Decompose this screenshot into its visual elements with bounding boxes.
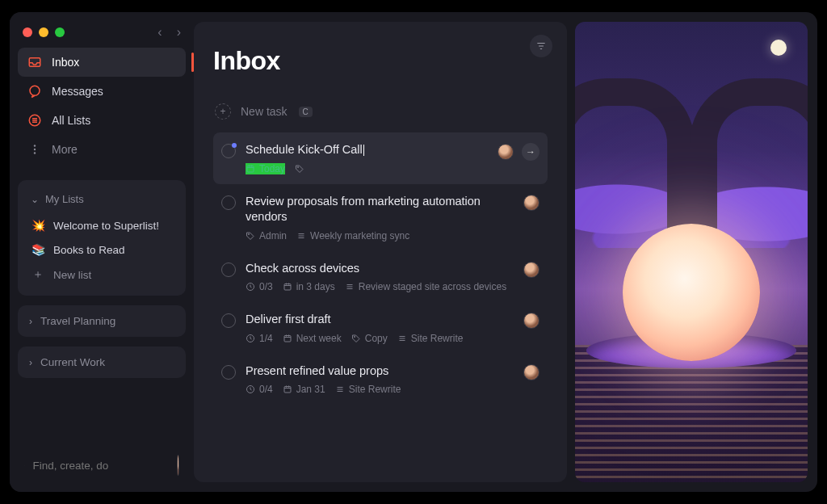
app-window: ‹ › Inbox Messages All Lists	[10, 12, 817, 492]
sidebar-item-all-lists[interactable]: All Lists	[18, 106, 186, 135]
task-meta-date: in 3 days	[283, 281, 335, 292]
task-body: Deliver first draft1/4Next weekCopySite …	[246, 312, 514, 344]
task-row[interactable]: Present refined value props0/4Jan 31Site…	[213, 354, 548, 405]
task-meta-date: Jan 31	[283, 384, 325, 395]
sidebar-item-label: Inbox	[52, 56, 79, 69]
task-checkbox[interactable]	[221, 195, 236, 210]
task-title: Schedule Kick-Off Call	[246, 142, 488, 158]
nav-forward-button[interactable]: ›	[177, 25, 181, 40]
assignee-avatar[interactable]	[497, 144, 514, 160]
svg-rect-10	[284, 284, 291, 291]
new-list-button[interactable]: ＋ New list	[23, 262, 181, 288]
assignee-avatar[interactable]	[523, 313, 539, 329]
chevron-down-icon: ⌄	[31, 194, 39, 205]
svg-rect-6	[247, 166, 254, 172]
chevron-right-icon: ›	[29, 357, 32, 368]
svg-point-5	[34, 152, 36, 153]
date-icon	[283, 334, 292, 343]
messages-icon	[27, 84, 42, 99]
plus-icon: ＋	[31, 267, 45, 282]
assignee-avatar[interactable]	[523, 195, 539, 211]
sidebar-footer	[18, 450, 186, 481]
folder-label: Travel Planning	[40, 315, 115, 327]
list-label: Books to Read	[53, 244, 125, 256]
tag-icon-icon	[295, 164, 304, 174]
assignee-avatar[interactable]	[523, 262, 539, 278]
task-meta-sub: 0/3	[246, 281, 273, 292]
task-meta: 0/3in 3 daysReview staged site across de…	[246, 281, 514, 292]
task-meta: 1/4Next weekCopySite Rewrite	[246, 333, 514, 344]
search-input[interactable]	[32, 460, 169, 472]
task-meta-date: Today	[246, 163, 285, 174]
task-right	[523, 262, 539, 278]
task-right	[523, 313, 539, 329]
task-row[interactable]: Deliver first draft1/4Next weekCopySite …	[213, 302, 548, 354]
task-meta-sub: 1/4	[246, 333, 273, 344]
nav-back-button[interactable]: ‹	[157, 25, 162, 40]
minimize-window-button[interactable]	[39, 27, 48, 37]
open-task-button[interactable]: →	[522, 143, 539, 161]
close-window-button[interactable]	[23, 27, 32, 37]
sub-icon	[246, 282, 255, 292]
task-checkbox[interactable]	[221, 262, 236, 277]
sidebar-item-messages[interactable]: Messages	[18, 77, 186, 106]
date-icon	[246, 164, 255, 174]
list-emoji: 📚	[31, 243, 45, 256]
task-meta-list: Site Rewrite	[335, 384, 401, 395]
folder-current-work[interactable]: › Current Work	[18, 346, 186, 378]
task-meta: Today	[246, 163, 488, 174]
my-lists-header[interactable]: ⌄ My Lists	[23, 188, 181, 213]
orb-decoration	[623, 224, 760, 361]
svg-point-4	[34, 149, 36, 150]
list-item-books[interactable]: 📚 Books to Read	[23, 237, 181, 262]
new-task-row[interactable]: + New task C	[213, 97, 548, 132]
task-title: Deliver first draft	[246, 312, 514, 328]
moon-decoration	[770, 40, 787, 56]
svg-point-3	[34, 145, 36, 146]
sidebar-item-more[interactable]: More	[18, 135, 186, 164]
task-title: Check across devices	[246, 261, 514, 277]
task-list: Schedule Kick-Off CallToday→Review propo…	[213, 132, 548, 405]
all-lists-icon	[27, 113, 42, 128]
task-meta-list: Site Rewrite	[397, 333, 464, 344]
task-meta-tag: Copy	[351, 333, 388, 344]
list-item-welcome[interactable]: 💥 Welcome to Superlist!	[23, 213, 181, 237]
task-checkbox[interactable]	[221, 365, 236, 380]
task-body: Schedule Kick-Off CallToday	[246, 142, 488, 174]
task-right	[523, 364, 539, 380]
main-panel: Inbox + New task C Schedule Kick-Off Cal…	[194, 22, 567, 482]
task-body: Review proposals from marketing automati…	[246, 194, 514, 242]
sidebar-item-inbox[interactable]: Inbox	[18, 48, 186, 77]
user-avatar[interactable]	[177, 455, 179, 476]
folder-label: Current Work	[40, 356, 105, 368]
task-right	[523, 195, 539, 211]
folder-travel-planning[interactable]: › Travel Planning	[18, 305, 186, 337]
date-icon	[283, 282, 292, 292]
inbox-icon	[27, 55, 42, 69]
assignee-avatar[interactable]	[523, 364, 539, 380]
task-row[interactable]: Review proposals from marketing automati…	[213, 184, 548, 251]
task-meta-tag: Admin	[246, 230, 287, 242]
list-label: Welcome to Superlist!	[53, 220, 159, 232]
maximize-window-button[interactable]	[55, 27, 65, 37]
task-meta-tag-icon	[295, 164, 304, 174]
task-body: Check across devices0/3in 3 daysReview s…	[246, 261, 514, 293]
my-lists-group: ⌄ My Lists 💥 Welcome to Superlist! 📚 Boo…	[18, 180, 186, 296]
task-row[interactable]: Schedule Kick-Off CallToday→	[213, 132, 548, 184]
sidebar-item-label: All Lists	[52, 114, 90, 127]
task-meta: 0/4Jan 31Site Rewrite	[246, 384, 514, 395]
sidebar-item-label: More	[52, 143, 78, 156]
task-checkbox[interactable]	[221, 144, 236, 158]
svg-rect-12	[284, 335, 291, 342]
task-meta-list: Weekly marketing sync	[296, 230, 409, 242]
task-right: →	[497, 143, 539, 161]
sub-icon	[246, 334, 255, 343]
task-checkbox[interactable]	[221, 313, 236, 328]
window-controls: ‹ ›	[18, 22, 186, 48]
task-title: Review proposals from marketing automati…	[246, 194, 514, 225]
task-row[interactable]: Check across devices0/3in 3 daysReview s…	[213, 251, 548, 303]
task-body: Present refined value props0/4Jan 31Site…	[246, 363, 514, 396]
date-icon	[283, 384, 292, 394]
list-icon	[296, 231, 306, 241]
filter-button[interactable]	[530, 35, 552, 57]
